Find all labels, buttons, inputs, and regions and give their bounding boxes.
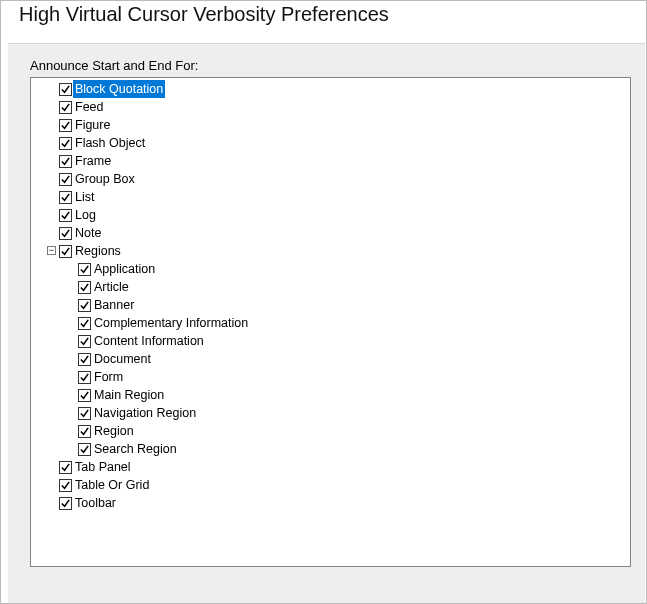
tree-item-label[interactable]: Application — [92, 260, 157, 278]
tree-item[interactable]: Regions — [35, 242, 626, 260]
tree-item[interactable]: List — [35, 188, 626, 206]
tree-item[interactable]: Flash Object — [35, 134, 626, 152]
checkbox[interactable] — [59, 209, 72, 222]
tree-root: Block QuotationFeedFigureFlash ObjectFra… — [35, 80, 626, 512]
dialog-body: Announce Start and End For: Block Quotat… — [8, 43, 645, 603]
tree-item-label[interactable]: Banner — [92, 296, 136, 314]
tree-item-label[interactable]: Search Region — [92, 440, 179, 458]
tree-item[interactable]: Frame — [35, 152, 626, 170]
checkbox[interactable] — [78, 353, 91, 366]
tree-item[interactable]: Search Region — [35, 440, 626, 458]
tree-item[interactable]: Banner — [35, 296, 626, 314]
tree-item-label[interactable]: Region — [92, 422, 136, 440]
tree-item-label[interactable]: Feed — [73, 98, 106, 116]
checkbox[interactable] — [78, 407, 91, 420]
tree-item[interactable]: Tab Panel — [35, 458, 626, 476]
tree-item-label[interactable]: Toolbar — [73, 494, 118, 512]
dialog-title: High Virtual Cursor Verbosity Preference… — [19, 3, 389, 26]
tree-item[interactable]: Main Region — [35, 386, 626, 404]
checkbox[interactable] — [59, 497, 72, 510]
checkbox[interactable] — [59, 191, 72, 204]
tree-item[interactable]: Form — [35, 368, 626, 386]
tree-item-label[interactable]: Tab Panel — [73, 458, 133, 476]
tree-item-label[interactable]: Content Information — [92, 332, 206, 350]
tree-item-label[interactable]: Navigation Region — [92, 404, 198, 422]
tree-item[interactable]: Figure — [35, 116, 626, 134]
checkbox[interactable] — [59, 461, 72, 474]
tree-item-label[interactable]: Block Quotation — [73, 80, 165, 98]
tree-item-label[interactable]: Regions — [73, 242, 123, 260]
checkbox[interactable] — [78, 263, 91, 276]
tree-item[interactable]: Application — [35, 260, 626, 278]
checkbox[interactable] — [78, 317, 91, 330]
checkbox[interactable] — [59, 119, 72, 132]
tree-item[interactable]: Block Quotation — [35, 80, 626, 98]
tree-item[interactable]: Document — [35, 350, 626, 368]
tree-item-label[interactable]: Document — [92, 350, 153, 368]
tree-item[interactable]: Feed — [35, 98, 626, 116]
tree-item[interactable]: Group Box — [35, 170, 626, 188]
checkbox[interactable] — [78, 425, 91, 438]
checkbox[interactable] — [78, 281, 91, 294]
checkbox[interactable] — [59, 155, 72, 168]
tree-item[interactable]: Table Or Grid — [35, 476, 626, 494]
tree-item[interactable]: Log — [35, 206, 626, 224]
checkbox[interactable] — [59, 101, 72, 114]
tree-item-label[interactable]: Complementary Information — [92, 314, 250, 332]
tree-item-label[interactable]: Frame — [73, 152, 113, 170]
checkbox[interactable] — [78, 299, 91, 312]
tree-item-label[interactable]: Group Box — [73, 170, 137, 188]
checkbox[interactable] — [59, 245, 72, 258]
tree-item-label[interactable]: Figure — [73, 116, 112, 134]
checkbox[interactable] — [59, 173, 72, 186]
checkbox[interactable] — [78, 335, 91, 348]
tree-item[interactable]: Article — [35, 278, 626, 296]
checkbox[interactable] — [59, 137, 72, 150]
tree-item[interactable]: Navigation Region — [35, 404, 626, 422]
preferences-dialog: High Virtual Cursor Verbosity Preference… — [0, 0, 647, 604]
tree-item[interactable]: Note — [35, 224, 626, 242]
tree-item[interactable]: Region — [35, 422, 626, 440]
checkbox[interactable] — [78, 371, 91, 384]
collapse-icon[interactable] — [47, 246, 56, 255]
tree-item-label[interactable]: Article — [92, 278, 131, 296]
section-label: Announce Start and End For: — [30, 58, 631, 73]
tree-item[interactable]: Content Information — [35, 332, 626, 350]
checkbox[interactable] — [59, 227, 72, 240]
tree-item-label[interactable]: Table Or Grid — [73, 476, 151, 494]
tree-item-label[interactable]: Form — [92, 368, 125, 386]
tree-item-label[interactable]: Log — [73, 206, 98, 224]
tree-item[interactable]: Complementary Information — [35, 314, 626, 332]
tree-item-label[interactable]: Main Region — [92, 386, 166, 404]
tree-item[interactable]: Toolbar — [35, 494, 626, 512]
checkbox[interactable] — [59, 479, 72, 492]
tree-item-label[interactable]: Flash Object — [73, 134, 147, 152]
tree-item-label[interactable]: List — [73, 188, 96, 206]
checkbox[interactable] — [78, 443, 91, 456]
checkbox[interactable] — [59, 83, 72, 96]
tree-item-label[interactable]: Note — [73, 224, 103, 242]
announce-tree[interactable]: Block QuotationFeedFigureFlash ObjectFra… — [30, 77, 631, 567]
checkbox[interactable] — [78, 389, 91, 402]
